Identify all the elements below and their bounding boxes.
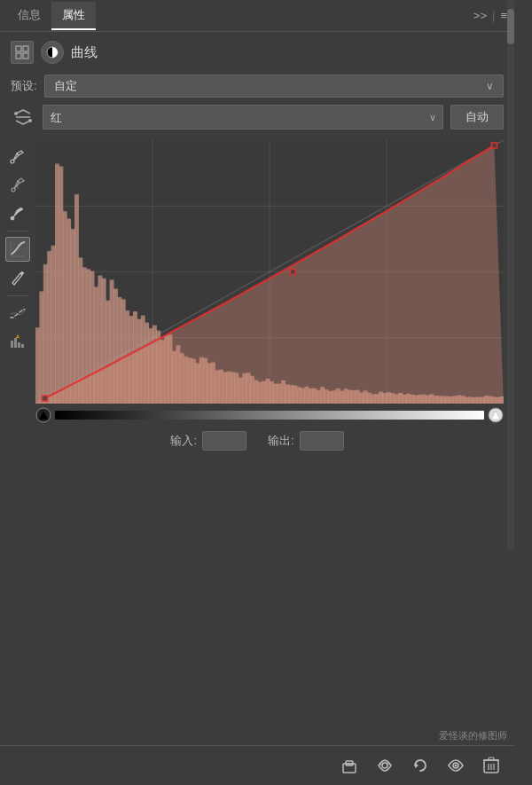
svg-point-6 — [28, 119, 32, 122]
black-point-handle[interactable] — [35, 407, 51, 423]
preset-value: 自定 — [54, 78, 77, 94]
tab-bar: 信息 属性 >> | ≡ — [0, 0, 514, 32]
curve-area — [35, 137, 511, 424]
auto-button[interactable]: 自动 — [450, 105, 504, 130]
grid-icon — [15, 45, 29, 59]
svg-rect-16 — [18, 342, 20, 348]
channel-arrows-icon[interactable] — [11, 105, 35, 130]
svg-rect-17 — [21, 344, 24, 348]
menu-icon[interactable]: ≡ — [500, 9, 507, 22]
curve-canvas[interactable] — [35, 140, 504, 404]
left-toolbar — [0, 137, 35, 424]
svg-point-7 — [11, 160, 14, 163]
svg-rect-3 — [23, 53, 28, 59]
spacer — [0, 458, 514, 745]
svg-point-8 — [12, 188, 15, 192]
svg-point-30 — [455, 765, 458, 767]
gradient-slider[interactable] — [55, 411, 484, 420]
preset-dropdown[interactable]: 自定 ∨ — [44, 75, 504, 98]
eyedropper-gray-tool[interactable] — [5, 172, 30, 197]
clip-to-layer-button[interactable] — [337, 753, 362, 778]
svg-rect-14 — [11, 341, 13, 348]
svg-point-27 — [382, 763, 387, 768]
svg-point-19 — [18, 337, 19, 338]
watermark: 爱怪谈的修图师 — [439, 729, 507, 742]
channel-select-wrap: 红 绿 蓝 RGB ∨ — [43, 105, 443, 130]
circle-icon[interactable] — [41, 41, 64, 64]
svg-line-13 — [12, 283, 14, 285]
svg-marker-28 — [415, 763, 419, 768]
bottom-toolbar — [0, 745, 514, 785]
adjustment-layer-icon[interactable] — [11, 41, 34, 64]
svg-rect-1 — [23, 46, 28, 51]
svg-point-5 — [14, 112, 18, 115]
input-field: 输入: — [170, 431, 246, 451]
reset-button[interactable] — [408, 753, 433, 778]
toolbar-divider-2 — [7, 295, 28, 296]
curves-title: 曲线 — [71, 44, 98, 61]
tab-info[interactable]: 信息 — [7, 2, 51, 30]
io-row: 输入: 输出: — [0, 424, 514, 458]
preset-row: 预设: 自定 ∨ — [0, 71, 514, 105]
eyedropper-white-tool[interactable] — [5, 144, 30, 169]
toggle-visibility-button[interactable] — [443, 753, 468, 778]
channel-dropdown[interactable]: 红 绿 蓝 RGB — [43, 105, 443, 130]
channel-row: 红 绿 蓝 RGB ∨ 自动 — [0, 105, 514, 137]
view-previous-button[interactable] — [372, 753, 397, 778]
curves-header: 曲线 — [0, 32, 514, 71]
svg-rect-33 — [489, 758, 494, 760]
pencil-tool[interactable] — [5, 265, 30, 290]
preset-label: 预设: — [11, 78, 37, 94]
gradient-bar-wrap — [35, 404, 504, 424]
histogram-warning-tool[interactable] — [5, 330, 30, 355]
tab-icons: >> | ≡ — [473, 9, 507, 22]
input-label: 输入: — [170, 433, 197, 449]
svg-point-10 — [11, 216, 14, 220]
svg-rect-2 — [16, 53, 21, 59]
curves-canvas[interactable] — [35, 140, 504, 404]
output-field: 输出: — [268, 431, 344, 451]
scrollbar[interactable] — [507, 0, 514, 550]
expand-icon[interactable]: >> — [473, 9, 487, 22]
main-area — [0, 137, 514, 424]
white-point-handle[interactable] — [488, 407, 504, 423]
toolbar-divider-1 — [7, 231, 28, 232]
smooth-tool[interactable] — [5, 302, 30, 326]
svg-rect-15 — [14, 338, 17, 348]
input-value[interactable] — [202, 431, 246, 451]
curve-tool[interactable] — [5, 237, 30, 262]
eyedropper-black-tool[interactable] — [5, 200, 30, 225]
tab-properties[interactable]: 属性 — [51, 2, 96, 30]
svg-rect-0 — [16, 46, 21, 51]
scrollbar-thumb[interactable] — [507, 9, 514, 44]
output-value[interactable] — [300, 431, 344, 451]
preset-arrow-icon: ∨ — [486, 80, 494, 92]
delete-button[interactable] — [479, 753, 504, 778]
half-circle-icon — [46, 46, 59, 59]
output-label: 输出: — [268, 433, 294, 449]
panel: 信息 属性 >> | ≡ 曲线 预设: 自定 — [0, 0, 514, 785]
